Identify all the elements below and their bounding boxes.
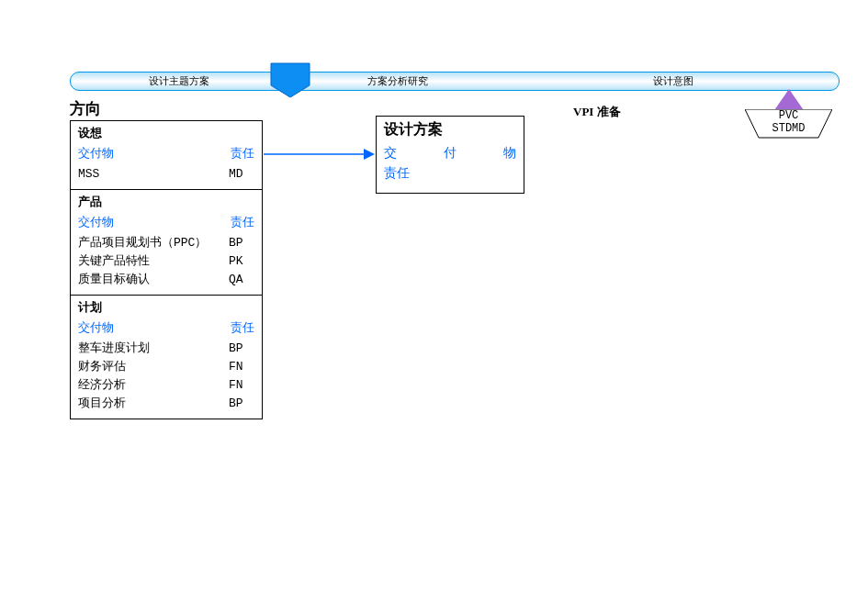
- panel-header-responsibility: 责任: [231, 319, 254, 336]
- panel-row: 质量目标确认 QA: [78, 271, 254, 289]
- design-panel-row-responsibility: 责任: [384, 165, 516, 182]
- deliverable-cell: 项目分析: [78, 395, 229, 413]
- timeline-seg-2: 方案分析研究: [287, 74, 508, 88]
- deliverable-cell: 经济分析: [78, 376, 229, 395]
- panel-title: 计划: [78, 299, 254, 316]
- responsibility-cell: FN: [229, 376, 254, 395]
- design-cell: 物: [503, 145, 516, 162]
- panel-title: 产品: [78, 194, 254, 210]
- direction-label: 方向: [70, 98, 101, 119]
- timeline-seg-3: 设计意图: [509, 74, 839, 88]
- shield-marker-icon: [270, 62, 310, 98]
- responsibility-cell: MD: [229, 165, 254, 184]
- panel-header-row: 交付物 责任: [78, 145, 254, 162]
- panel-row: 经济分析 FN: [78, 376, 254, 395]
- responsibility-cell: FN: [229, 358, 254, 376]
- milestone-label: PVC STDMD: [745, 109, 832, 135]
- panel-row: 财务评估 FN: [78, 358, 254, 376]
- deliverable-cell: 整车进度计划: [78, 340, 229, 358]
- design-panel-title: 设计方案: [384, 120, 516, 140]
- design-panel-row-deliverable: 交 付 物: [384, 145, 516, 162]
- panel-row: 关键产品特性 PK: [78, 252, 254, 271]
- panel-row: MSS MD: [78, 165, 254, 184]
- milestone-marker: PVC STDMD: [745, 89, 832, 144]
- panel-header-deliverable: 交付物: [78, 145, 114, 162]
- arrow-icon: [264, 148, 375, 161]
- design-cell: 付: [444, 145, 457, 162]
- panel-group: 设想 交付物 责任 MSS MD 产品 交付物 责任 产品项目规划书（PPC） …: [70, 120, 263, 419]
- panel-row: 整车进度计划 BP: [78, 340, 254, 358]
- deliverable-cell: 产品项目规划书（PPC）: [78, 234, 229, 252]
- svg-marker-1: [364, 149, 375, 160]
- panel-row: 项目分析 BP: [78, 395, 254, 413]
- panel-header-deliverable: 交付物: [78, 214, 114, 230]
- responsibility-cell: PK: [229, 252, 254, 271]
- panel-title: 设想: [78, 125, 254, 141]
- responsibility-cell: BP: [229, 395, 254, 413]
- design-panel: 设计方案 交 付 物 责任: [376, 116, 524, 194]
- responsibility-cell: BP: [229, 340, 254, 358]
- panel-plan: 计划 交付物 责任 整车进度计划 BP 财务评估 FN 经济分析 FN 项目分析…: [71, 296, 262, 419]
- milestone-line2: STDMD: [745, 122, 832, 135]
- timeline-bar: 设计主题方案 方案分析研究 设计意图: [70, 72, 840, 91]
- deliverable-cell: 质量目标确认: [78, 271, 229, 289]
- panel-ideation: 设想 交付物 责任 MSS MD: [71, 121, 262, 190]
- vpi-label: VPI 准备: [573, 104, 621, 120]
- panel-product: 产品 交付物 责任 产品项目规划书（PPC） BP 关键产品特性 PK 质量目标…: [71, 190, 262, 296]
- responsibility-cell: QA: [229, 271, 254, 289]
- panel-row: 产品项目规划书（PPC） BP: [78, 234, 254, 252]
- panel-header-deliverable: 交付物: [78, 319, 114, 336]
- design-cell: 交: [384, 145, 397, 162]
- deliverable-cell: 财务评估: [78, 358, 229, 376]
- panel-header-responsibility: 责任: [231, 145, 254, 162]
- panel-header-row: 交付物 责任: [78, 319, 254, 336]
- milestone-line1: PVC: [745, 109, 832, 122]
- responsibility-cell: BP: [229, 234, 254, 252]
- timeline-seg-1: 设计主题方案: [71, 74, 287, 88]
- panel-header-row: 交付物 责任: [78, 214, 254, 230]
- deliverable-cell: MSS: [78, 165, 229, 184]
- deliverable-cell: 关键产品特性: [78, 252, 229, 271]
- panel-header-responsibility: 责任: [231, 214, 254, 230]
